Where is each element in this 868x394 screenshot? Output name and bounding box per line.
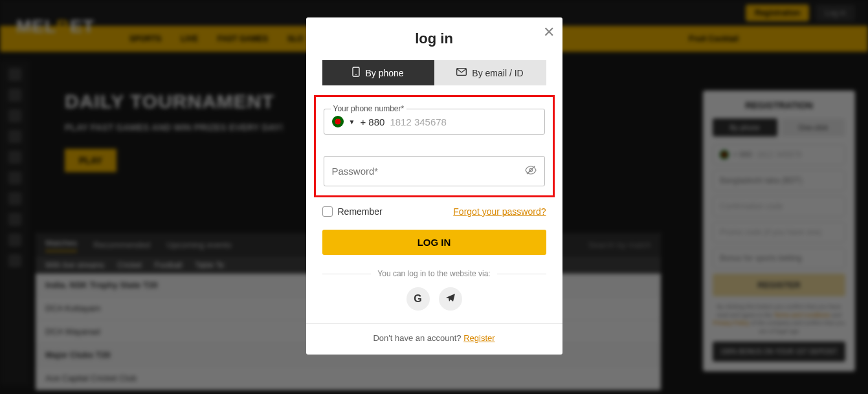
telegram-icon bbox=[445, 292, 456, 305]
login-modal: ✕ log in By phone By email / ID Your pho… bbox=[306, 17, 562, 355]
phone-icon bbox=[352, 67, 360, 79]
remember-label: Remember bbox=[338, 206, 383, 217]
modal-overlay: ✕ log in By phone By email / ID Your pho… bbox=[0, 0, 868, 394]
tab-phone-label: By phone bbox=[365, 68, 403, 78]
password-field bbox=[324, 156, 545, 186]
phone-field: Your phone number* ▼ + 880 bbox=[324, 109, 545, 135]
modal-title: log in bbox=[306, 30, 562, 47]
eye-icon[interactable] bbox=[525, 166, 537, 177]
svg-point-1 bbox=[356, 74, 357, 76]
highlighted-fields: Your phone number* ▼ + 880 bbox=[314, 95, 555, 197]
google-icon: G bbox=[414, 293, 421, 305]
password-input[interactable] bbox=[332, 166, 525, 177]
register-link[interactable]: Register bbox=[463, 333, 495, 343]
forgot-password-link[interactable]: Forgot your password? bbox=[453, 206, 546, 217]
phone-field-label: Your phone number* bbox=[331, 104, 407, 113]
chevron-down-icon[interactable]: ▼ bbox=[349, 118, 355, 126]
email-icon bbox=[456, 68, 467, 78]
login-button[interactable]: LOG IN bbox=[322, 230, 546, 255]
close-icon[interactable]: ✕ bbox=[543, 25, 555, 39]
telegram-login-button[interactable] bbox=[439, 287, 462, 311]
phone-prefix: + 880 bbox=[360, 116, 384, 127]
google-login-button[interactable]: G bbox=[406, 287, 430, 311]
checkbox-icon bbox=[322, 206, 333, 217]
tab-by-phone[interactable]: By phone bbox=[322, 60, 434, 85]
tab-by-email[interactable]: By email / ID bbox=[434, 60, 546, 85]
phone-input[interactable] bbox=[390, 116, 536, 127]
country-flag-icon[interactable] bbox=[332, 116, 344, 127]
social-login-divider: You can log in to the website via: bbox=[322, 269, 546, 278]
remember-checkbox[interactable]: Remember bbox=[322, 206, 383, 217]
no-account-text: Don't have an account? Register bbox=[306, 333, 562, 343]
tab-email-label: By email / ID bbox=[472, 68, 523, 78]
